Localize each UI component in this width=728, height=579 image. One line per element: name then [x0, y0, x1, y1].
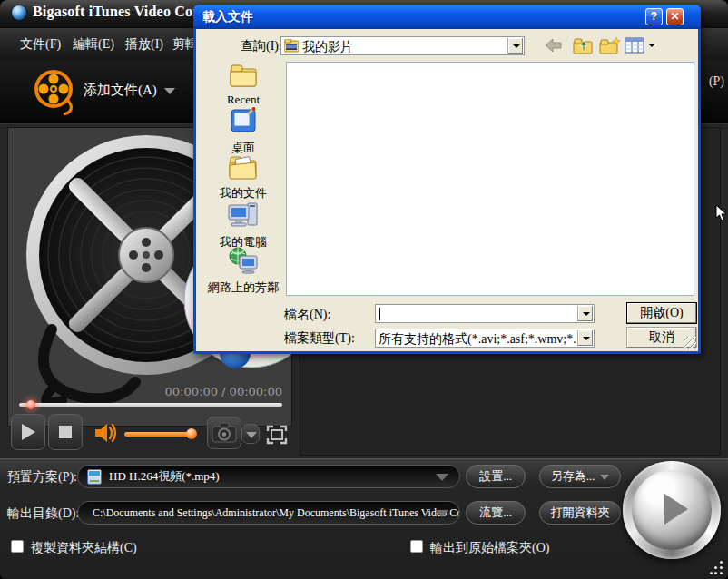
chevron-down-icon	[246, 432, 257, 438]
place-label: Recent	[203, 93, 283, 107]
menu-edit[interactable]: 編輯(E)	[73, 36, 114, 53]
file-list[interactable]	[286, 62, 694, 296]
profile-button-partial[interactable]: (P)	[709, 74, 724, 89]
network-icon	[228, 247, 259, 274]
folder-icon	[230, 64, 257, 87]
snapshot-button[interactable]	[207, 417, 241, 449]
open-folder-button[interactable]: 打開資料夾	[539, 501, 621, 525]
help-button[interactable]: ?	[645, 8, 663, 25]
copy-structure-label: 複製資料夾結構(C)	[31, 540, 137, 556]
filename-label: 檔名(N):	[284, 307, 330, 323]
camera-icon	[208, 417, 241, 448]
documents-folder-icon	[229, 154, 258, 180]
output-dir-value: C:\Documents and Settings\Administrator\…	[93, 506, 460, 519]
view-menu-dropdown-arrow[interactable]	[648, 44, 655, 47]
browse-button[interactable]: 流覽...	[466, 501, 526, 525]
preset-label: 預置方案(P):	[7, 469, 77, 486]
open-folder-label: 打開資料夾	[551, 505, 610, 519]
place-my-documents[interactable]: 我的文件	[203, 154, 283, 201]
chevron-down-icon	[164, 88, 175, 94]
output-original-label: 輸出到原始檔案夾(O)	[430, 540, 549, 556]
lookin-label: 查詢(I):	[241, 38, 282, 54]
new-folder-icon[interactable]	[599, 36, 621, 54]
view-menu-icon[interactable]	[625, 36, 644, 54]
open-button[interactable]: 開啟(O)	[626, 302, 697, 324]
close-icon[interactable]: ✕	[666, 8, 684, 25]
seek-knob[interactable]	[26, 400, 35, 409]
app-logo-icon	[12, 5, 26, 20]
seek-slider[interactable]	[19, 403, 282, 407]
snapshot-options-button[interactable]	[241, 424, 260, 444]
chevron-down-icon	[600, 475, 609, 480]
place-label: 網路上的芳鄰	[203, 280, 283, 296]
add-files-label: 添加文件(A)	[84, 83, 157, 97]
dialog-resize-grip[interactable]	[684, 337, 696, 349]
fullscreen-icon[interactable]	[265, 424, 289, 446]
output-dir-label: 輸出目錄(D):	[7, 505, 79, 522]
filetype-value: 所有支持的格式(*.avi;*.asf;*.wmv;*.mp4;*.m	[379, 331, 576, 348]
copy-structure-checkbox[interactable]	[11, 540, 24, 553]
play-icon	[664, 494, 688, 525]
dialog-body: 查詢(I): 我的影片	[196, 29, 698, 351]
stop-button[interactable]	[48, 414, 83, 450]
add-files-button[interactable]: 添加文件(A)	[84, 82, 175, 99]
lookin-combobox[interactable]: 我的影片	[280, 36, 525, 55]
speaker-icon[interactable]	[93, 421, 121, 445]
filetype-label: 檔案類型(T):	[284, 330, 355, 347]
place-my-computer[interactable]: 我的電腦	[203, 201, 283, 250]
save-as-label: 另存為...	[551, 469, 595, 483]
browse-label: 流覽...	[479, 505, 512, 519]
place-recent[interactable]: Recent	[203, 64, 283, 107]
menu-play[interactable]: 播放(I)	[125, 36, 163, 53]
lookin-value: 我的影片	[302, 39, 353, 55]
preset-value: HD H.264視頻(*.mp4)	[109, 469, 220, 483]
convert-button[interactable]	[623, 461, 721, 559]
filetype-combobox[interactable]: 所有支持的格式(*.avi;*.asf;*.wmv;*.mp4;*.m	[375, 329, 595, 348]
back-arrow-icon[interactable]	[543, 36, 565, 54]
preset-combobox[interactable]: HD H.264視頻(*.mp4)	[77, 465, 460, 488]
load-file-dialog: 載入文件 ? ✕ 查詢(I): 我的影片	[193, 5, 701, 354]
film-reel-icon	[31, 67, 80, 118]
lookin-dropdown-arrow[interactable]	[507, 38, 523, 54]
chevron-down-icon	[436, 510, 448, 517]
stop-icon	[59, 426, 72, 438]
convert-button-face	[632, 470, 712, 550]
video-folder-icon	[284, 39, 299, 53]
play-icon	[22, 424, 35, 440]
settings-button[interactable]: 設置...	[466, 465, 526, 488]
text-caret	[379, 308, 380, 320]
chevron-down-icon	[436, 474, 448, 481]
filename-input[interactable]	[375, 304, 595, 323]
filename-dropdown-arrow[interactable]	[577, 306, 593, 321]
place-network[interactable]: 網路上的芳鄰	[203, 247, 283, 296]
time-display: 00:00:00 / 00:00:00	[165, 385, 282, 398]
app-window: Bigasoft iTunes Video Converter 文件(F) 編輯…	[0, 0, 728, 579]
dialog-titlebar[interactable]: 載入文件 ? ✕	[193, 5, 701, 29]
preset-file-icon	[87, 469, 102, 485]
dialog-title: 載入文件	[202, 9, 253, 25]
output-panel: 預置方案(P): HD H.264視頻(*.mp4) 設置... 另存為... …	[0, 458, 728, 579]
mouse-cursor	[715, 204, 728, 222]
volume-slider[interactable]	[124, 432, 193, 437]
save-as-button[interactable]: 另存為...	[539, 465, 621, 488]
place-desktop[interactable]: 桌面	[203, 107, 283, 156]
resize-grip[interactable]	[710, 561, 724, 575]
up-folder-icon[interactable]	[573, 36, 593, 54]
settings-label: 設置...	[479, 469, 512, 483]
place-label: 我的文件	[203, 185, 283, 201]
desktop-icon	[230, 107, 257, 134]
volume-knob[interactable]	[186, 428, 197, 439]
filetype-dropdown-arrow[interactable]	[577, 330, 593, 346]
computer-icon	[228, 201, 259, 229]
play-button[interactable]	[11, 414, 45, 450]
output-dir-combobox[interactable]: C:\Documents and Settings\Administrator\…	[77, 501, 460, 525]
output-original-checkbox[interactable]	[410, 540, 423, 553]
menu-file[interactable]: 文件(F)	[20, 36, 61, 53]
